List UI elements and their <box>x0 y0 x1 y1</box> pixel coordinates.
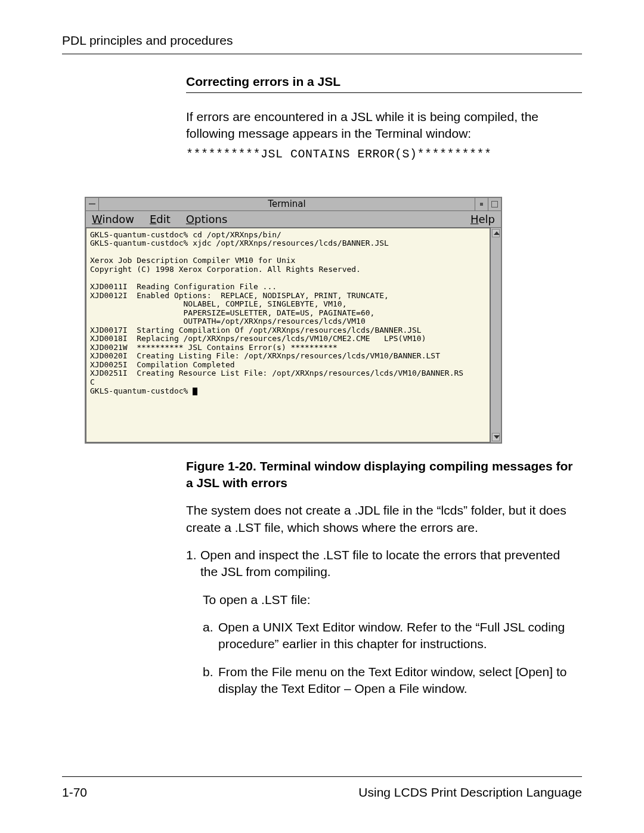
page-footer: 1-70 Using LCDS Print Description Langua… <box>62 776 582 800</box>
error-banner-message: **********JSL CONTAINS ERROR(S)*********… <box>186 147 582 161</box>
substep-a: a.Open a UNIX Text Editor window. Refer … <box>203 619 582 653</box>
terminal-window: Terminal Window Edit Options Help GKLS-q… <box>85 197 502 444</box>
term-line: XJD0012I Enabled Options: REPLACE, NODIS… <box>90 291 389 300</box>
menu-help[interactable]: Help <box>470 213 495 225</box>
term-line: Xerox Job Description Compiler VM10 for … <box>90 256 295 265</box>
substep-b: b.From the File menu on the Text Editor … <box>203 664 582 698</box>
running-header: PDL principles and procedures <box>62 33 582 54</box>
sub-intro: To open a .LST file: <box>203 592 582 608</box>
step-1: 1.Open and inspect the .LST file to loca… <box>186 547 582 581</box>
term-line: NOLABEL, COMPILE, SINGLEBYTE, VM10, <box>90 299 346 308</box>
term-line: XJD0018I Replacing /opt/XRXnps/resources… <box>90 334 426 343</box>
substep-letter: a. <box>203 619 218 636</box>
terminal-menubar: Window Edit Options Help <box>86 211 501 228</box>
term-line: PAPERSIZE=USLETTER, DATE=US, PAGINATE=60… <box>90 308 374 317</box>
terminal-titlebar: Terminal <box>86 198 501 211</box>
scroll-down-icon[interactable] <box>492 433 500 441</box>
figure-caption: Figure 1-20. Terminal window displaying … <box>186 458 582 492</box>
term-line: GKLS-quantum-custdoc% <box>90 386 193 395</box>
step-text: Open and inspect the .LST file to locate… <box>200 547 580 581</box>
substep-text: Open a UNIX Text Editor window. Refer to… <box>218 619 580 653</box>
terminal-scrollbar[interactable] <box>490 228 501 442</box>
section-heading: Correcting errors in a JSL <box>186 75 582 93</box>
menu-edit[interactable]: Edit <box>150 213 171 225</box>
term-line: Copyright (C) 1998 Xerox Corporation. Al… <box>90 265 361 274</box>
doc-title: Using LCDS Print Description Language <box>358 785 582 800</box>
term-line: XJD0017I Starting Compilation Of /opt/XR… <box>90 326 422 335</box>
terminal-output: GKLS-quantum-custdoc% cd /opt/XRXnps/bin… <box>86 228 490 442</box>
term-line: XJD0025I Compilation Completed <box>90 360 235 369</box>
page-number: 1-70 <box>62 785 87 800</box>
scroll-up-icon[interactable] <box>492 229 500 237</box>
term-line: GKLS-quantum-custdoc% xjdc /opt/XRXnps/r… <box>90 239 389 247</box>
terminal-title: Terminal <box>99 199 475 209</box>
post-figure-paragraph: The system does not create a .JDL file i… <box>186 502 582 536</box>
term-line: C <box>90 377 95 386</box>
minimize-icon[interactable] <box>475 198 488 210</box>
term-line: XJD0021W ********** JSL Contains Error(s… <box>90 343 338 352</box>
intro-paragraph: If errors are encountered in a JSL while… <box>186 109 582 143</box>
term-line: OUTPATH=/opt/XRXnps/resources/lcds/VM10 <box>90 317 366 326</box>
substep-letter: b. <box>203 664 218 680</box>
menu-options[interactable]: Options <box>186 213 227 225</box>
term-line: GKLS-quantum-custdoc% cd /opt/XRXnps/bin… <box>90 230 281 239</box>
terminal-cursor-icon <box>193 388 197 395</box>
substep-text: From the File menu on the Text Editor wi… <box>218 664 580 698</box>
term-line: XJD0251I Creating Resource List File: /o… <box>90 368 463 377</box>
menu-window[interactable]: Window <box>92 213 134 225</box>
term-line: XJD0020I Creating Listing File: /opt/XRX… <box>90 351 440 360</box>
window-menu-icon[interactable] <box>86 198 99 210</box>
term-line: XJD0011I Reading Configuration File ... <box>90 282 277 291</box>
maximize-icon[interactable] <box>488 198 501 210</box>
step-number: 1. <box>186 547 200 563</box>
